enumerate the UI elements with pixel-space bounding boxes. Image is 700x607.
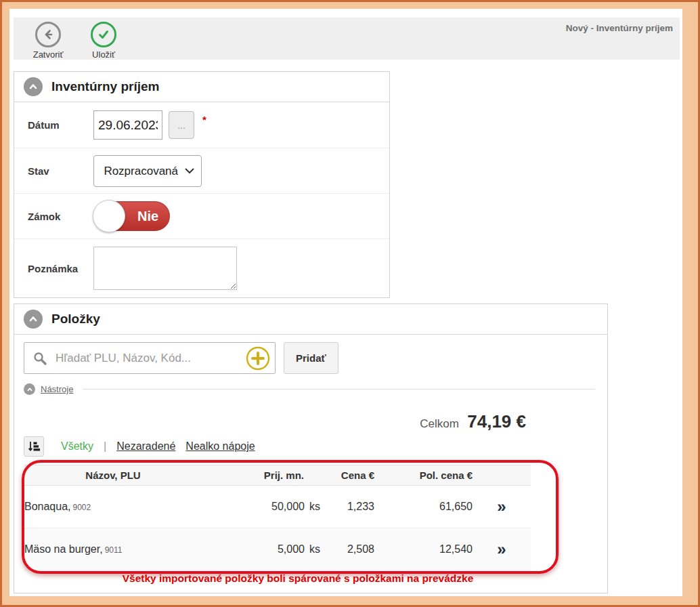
item-name: Mäso na burger, xyxy=(24,543,103,555)
total-value: 74,19 € xyxy=(467,411,526,432)
item-plu: 9002 xyxy=(73,503,91,512)
filter-all[interactable]: Všetky xyxy=(61,440,93,453)
toggle-state-label: Nie xyxy=(126,201,170,231)
back-arrow-icon xyxy=(35,22,61,47)
item-price: 2,508 xyxy=(320,543,374,556)
item-total: 61,650 xyxy=(374,501,473,513)
items-panel-title: Položky xyxy=(51,312,100,327)
tools-link[interactable]: Nástroje xyxy=(41,384,73,394)
close-button-label: Zatvoriť xyxy=(33,49,64,60)
import-status-message: Všetky importované položky boli spárovan… xyxy=(24,570,531,590)
search-row: Pridať xyxy=(14,335,607,382)
table-header-row: Názov, PLU Prij. mn. Cena € Pol. cena € xyxy=(24,465,531,486)
form-panel-title: Inventúrny príjem xyxy=(51,79,159,94)
date-field-row: Dátum ... * xyxy=(14,102,389,148)
status-field-row: Stav Rozpracovaná xyxy=(14,148,389,193)
tools-divider xyxy=(83,389,595,390)
note-textarea[interactable] xyxy=(93,247,237,290)
item-unit: ks xyxy=(309,543,320,555)
items-panel-header: Položky xyxy=(14,304,607,335)
check-icon xyxy=(91,22,116,47)
save-button[interactable]: Uložiť xyxy=(81,22,126,60)
total-label: Celkom xyxy=(420,417,459,430)
note-label: Poznámka xyxy=(28,263,93,274)
app-window: Zatvoriť Uložiť Nový - Inventúrny príjem xyxy=(9,9,682,596)
items-panel: Položky xyxy=(14,304,608,593)
item-plu: 9011 xyxy=(105,545,123,555)
total-row: Celkom 74,19 € xyxy=(14,411,607,432)
lock-toggle[interactable]: Nie xyxy=(93,201,170,231)
category-filter-row: Všetky | Nezaradené Nealko nápoje xyxy=(14,436,607,457)
window-title: Nový - Inventúrny príjem xyxy=(566,23,673,33)
filter-separator: | xyxy=(104,440,106,453)
tools-chevron-up-icon[interactable] xyxy=(24,383,35,395)
note-field-row: Poznámka xyxy=(14,238,389,297)
column-header-total: Pol. cena € xyxy=(374,469,473,481)
column-header-qty: Prij. mn. xyxy=(202,469,320,481)
row-open-chevron-icon[interactable]: » xyxy=(497,497,506,516)
item-name: Bonaqua, xyxy=(24,501,71,512)
lock-label: Zámok xyxy=(28,211,93,222)
item-unit: ks xyxy=(309,501,320,512)
lock-field-row: Zámok Nie xyxy=(14,193,389,238)
save-button-label: Uložiť xyxy=(92,49,115,60)
sort-button[interactable] xyxy=(24,436,44,457)
search-icon xyxy=(32,351,47,366)
toolbar: Zatvoriť Uložiť Nový - Inventúrny príjem xyxy=(14,18,680,60)
decorative-frame: Zatvoriť Uložiť Nový - Inventúrny príjem xyxy=(0,0,700,607)
required-asterisk: * xyxy=(202,114,206,125)
table-row[interactable]: Mäso na burger,9011 5,000ks 2,508 12,540… xyxy=(24,528,531,570)
close-button[interactable]: Zatvoriť xyxy=(26,22,70,60)
form-panel: Inventúrny príjem Dátum ... * Stav Rozpr… xyxy=(14,71,390,298)
toggle-knob xyxy=(93,200,125,232)
collapse-chevron-up-icon[interactable] xyxy=(24,310,43,329)
tools-row: Nástroje xyxy=(14,382,607,400)
column-header-name: Názov, PLU xyxy=(24,469,202,481)
item-total: 12,540 xyxy=(374,543,473,556)
search-box xyxy=(24,342,276,374)
filter-soft-drinks[interactable]: Nealko nápoje xyxy=(185,440,255,453)
table-row[interactable]: Bonaqua,9002 50,000ks 1,233 61,650 » xyxy=(24,486,531,528)
column-header-price: Cena € xyxy=(320,469,374,481)
date-input[interactable] xyxy=(93,110,162,140)
add-plus-icon[interactable] xyxy=(246,346,270,371)
items-table: Názov, PLU Prij. mn. Cena € Pol. cena € … xyxy=(24,465,531,590)
item-qty: 5,000 xyxy=(278,543,305,555)
row-open-chevron-icon[interactable]: » xyxy=(497,540,506,558)
collapse-chevron-up-icon[interactable] xyxy=(24,77,43,96)
search-input[interactable] xyxy=(54,351,242,366)
add-item-button[interactable]: Pridať xyxy=(284,342,338,374)
date-label: Dátum xyxy=(28,119,93,131)
status-label: Stav xyxy=(28,165,93,177)
item-price: 1,233 xyxy=(320,501,374,513)
status-select[interactable]: Rozpracovaná xyxy=(93,155,202,187)
filter-unassigned[interactable]: Nezaradené xyxy=(116,440,175,453)
form-panel-header: Inventúrny príjem xyxy=(14,72,389,102)
date-picker-button[interactable]: ... xyxy=(169,111,194,139)
item-qty: 50,000 xyxy=(271,501,305,512)
